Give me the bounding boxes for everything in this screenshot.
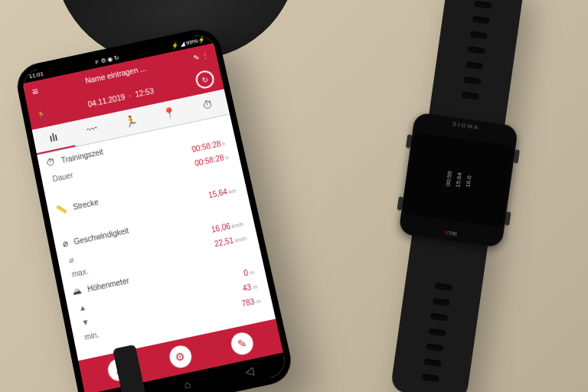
smartphone: 11:01 F ⚙ ◉ ↻ ⚡ ◢ 99%⚡ ≡ Name eintragen … bbox=[14, 25, 296, 392]
watch-band-bottom bbox=[392, 279, 482, 387]
sync-icon[interactable]: ↻ bbox=[194, 69, 216, 90]
watch-button-top-left[interactable] bbox=[406, 134, 412, 149]
clock-icon: ⏱ bbox=[45, 156, 56, 168]
section-title-label: Höhenmeter bbox=[87, 276, 129, 293]
speed-icon: ⌀ bbox=[61, 238, 69, 250]
watch-button-top-right[interactable] bbox=[513, 149, 519, 164]
elevation-icon: ⛰ bbox=[71, 285, 83, 297]
activity-type-icon[interactable]: 🏃 bbox=[36, 109, 47, 119]
label-dauer: Dauer bbox=[52, 171, 74, 183]
smartwatch: SIGMA 00:58 15.64 16.0 XTRI bbox=[390, 0, 526, 392]
header-actions[interactable]: ✎ ⋮ bbox=[192, 51, 209, 62]
activity-time: 12:53 bbox=[134, 87, 154, 99]
value-strecke: 15,64 bbox=[207, 188, 228, 200]
watch-button-bottom-right[interactable] bbox=[505, 211, 511, 226]
hamburger-icon[interactable]: ≡ bbox=[31, 85, 39, 98]
watch-line-1: 00:58 bbox=[444, 171, 453, 187]
phone-screen: 11:01 F ⚙ ◉ ↻ ⚡ ◢ 99%⚡ ≡ Name eintragen … bbox=[21, 32, 289, 392]
watch-model-label: XTRI bbox=[444, 230, 457, 237]
edit-button[interactable]: ✎ bbox=[230, 331, 256, 357]
watch-body: SIGMA 00:58 15.64 16.0 XTRI bbox=[398, 112, 518, 247]
watch-line-3: 16.0 bbox=[464, 175, 472, 188]
watch-brand-label: SIGMA bbox=[452, 120, 480, 131]
nav-home[interactable]: ⌂ bbox=[183, 377, 192, 391]
section-title-label: Strecke bbox=[72, 198, 99, 211]
watch-button-bottom-left[interactable] bbox=[397, 196, 403, 211]
watch-line-2: 15.64 bbox=[454, 172, 463, 188]
distance-icon: 📏 bbox=[55, 203, 68, 216]
watch-band-top bbox=[432, 0, 524, 104]
status-time: 11:01 bbox=[28, 70, 44, 80]
settings-button[interactable]: ⚙ bbox=[168, 344, 194, 370]
nav-back[interactable]: ◁ bbox=[244, 364, 256, 377]
activity-date: 04.11.2019 bbox=[87, 93, 126, 109]
watch-screen[interactable]: 00:58 15.64 16.0 bbox=[403, 132, 514, 227]
